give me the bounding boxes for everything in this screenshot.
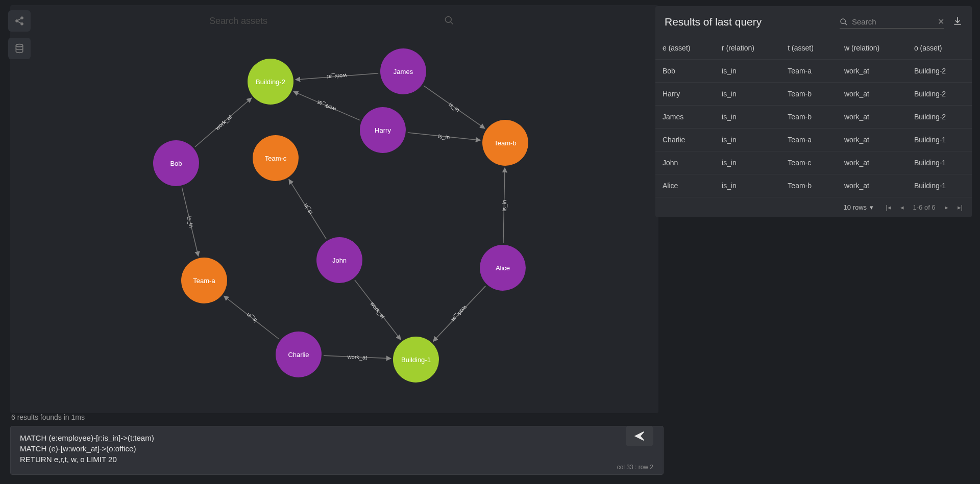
database-icon <box>14 43 24 54</box>
results-search: ✕ <box>840 15 944 29</box>
table-header-cell[interactable]: t (asset) <box>780 37 837 60</box>
query-line: MATCH (e:employee)-[r:is_in]->(t:team) <box>20 432 627 443</box>
table-header-cell[interactable]: o (asset) <box>907 37 972 60</box>
rows-per-page[interactable]: 10 rows ▾ <box>844 203 874 211</box>
cursor-position: col 33 : row 2 <box>617 464 653 471</box>
page-status: 1-6 of 6 <box>913 203 936 211</box>
graph-edge[interactable] <box>224 296 279 339</box>
table-cell: work_at <box>837 151 907 174</box>
table-cell: work_at <box>837 60 907 83</box>
search-icon <box>444 15 454 28</box>
table-cell: Building-1 <box>907 151 972 174</box>
graph-node[interactable] <box>181 258 227 303</box>
graph-node[interactable] <box>153 140 199 186</box>
svg-line-4 <box>18 21 21 23</box>
run-query-button[interactable] <box>626 426 653 446</box>
table-row[interactable]: Bobis_inTeam-awork_atBuilding-2 <box>655 60 972 83</box>
send-icon <box>634 430 645 442</box>
table-cell: Team-a <box>780 60 837 83</box>
query-editor[interactable]: MATCH (e:employee)-[r:is_in]->(t:team) M… <box>10 426 664 475</box>
table-cell: is_in <box>715 151 780 174</box>
table-cell: Building-2 <box>907 83 972 106</box>
graph-node[interactable] <box>276 332 322 377</box>
results-table: e (asset)r (relation)t (asset)w (relatio… <box>655 37 972 197</box>
results-footer: 10 rows ▾ |◂ ◂ 1-6 of 6 ▸ ▸| <box>655 197 972 217</box>
database-button[interactable] <box>8 38 31 59</box>
graph-edge[interactable] <box>503 168 505 243</box>
table-cell: Team-b <box>780 174 837 197</box>
svg-point-5 <box>16 44 22 47</box>
table-cell: Team-b <box>780 83 837 106</box>
svg-line-7 <box>451 21 453 24</box>
table-row[interactable]: Johnis_inTeam-cwork_atBuilding-1 <box>655 151 972 174</box>
results-title: Results of last query <box>665 16 762 28</box>
table-cell: is_in <box>715 174 780 197</box>
table-cell: Harry <box>655 83 715 106</box>
graph-edge[interactable] <box>433 286 486 342</box>
table-cell: John <box>655 151 715 174</box>
svg-line-3 <box>18 18 21 20</box>
download-button[interactable] <box>952 16 963 28</box>
search-icon <box>840 18 848 26</box>
table-row[interactable]: Harryis_inTeam-bwork_atBuilding-2 <box>655 83 972 106</box>
rows-per-page-label: 10 rows <box>844 203 867 211</box>
last-page-button[interactable]: ▸| <box>958 203 963 211</box>
graph-node[interactable] <box>480 245 526 291</box>
table-cell: James <box>655 106 715 129</box>
graph-edge[interactable] <box>424 86 485 129</box>
status-line: 6 results founds in 1ms <box>11 413 85 421</box>
table-row[interactable]: Aliceis_inTeam-bwork_atBuilding-1 <box>655 174 972 197</box>
graph-edge[interactable] <box>182 188 198 257</box>
graph-node[interactable] <box>253 135 299 181</box>
graph-node[interactable] <box>248 59 293 105</box>
svg-point-2 <box>21 22 23 25</box>
table-cell: work_at <box>837 83 907 106</box>
table-cell: is_in <box>715 106 780 129</box>
graph-svg <box>10 5 658 413</box>
table-row[interactable]: Charlieis_inTeam-awork_atBuilding-1 <box>655 129 972 151</box>
table-header-row: e (asset)r (relation)t (asset)w (relatio… <box>655 37 972 60</box>
asset-search <box>209 13 454 30</box>
table-cell: Team-b <box>780 106 837 129</box>
asset-search-input[interactable] <box>209 13 444 30</box>
table-header-cell[interactable]: e (asset) <box>655 37 715 60</box>
svg-line-9 <box>845 23 847 25</box>
table-cell: Team-a <box>780 129 837 151</box>
share-nodes-icon <box>14 16 24 26</box>
graph-edge[interactable] <box>324 355 391 359</box>
table-cell: Building-2 <box>907 106 972 129</box>
graph-node[interactable] <box>360 107 406 153</box>
table-cell: Bob <box>655 60 715 83</box>
table-cell: Building-1 <box>907 129 972 151</box>
graph-view-button[interactable] <box>8 10 31 32</box>
graph-node[interactable] <box>316 237 362 283</box>
graph-edge[interactable] <box>296 73 378 80</box>
graph-canvas[interactable]: is_inwork_atis_inwork_atis_inwork_atis_i… <box>10 5 658 413</box>
table-row[interactable]: Jamesis_inTeam-bwork_atBuilding-2 <box>655 106 972 129</box>
query-line: MATCH (e)-[w:work_at]->(o:office) <box>20 443 627 454</box>
graph-edge[interactable] <box>355 280 401 340</box>
table-cell: work_at <box>837 129 907 151</box>
graph-edge[interactable] <box>289 180 326 239</box>
sidebar <box>8 10 31 59</box>
graph-edge[interactable] <box>293 91 360 120</box>
svg-point-1 <box>21 17 23 19</box>
graph-edge[interactable] <box>408 133 481 140</box>
next-page-button[interactable]: ▸ <box>945 203 948 211</box>
clear-icon[interactable]: ✕ <box>938 17 944 27</box>
results-search-input[interactable] <box>852 15 934 28</box>
graph-edge[interactable] <box>195 98 252 147</box>
table-header-cell[interactable]: w (relation) <box>837 37 907 60</box>
graph-node[interactable] <box>393 337 439 383</box>
table-header-cell[interactable]: r (relation) <box>715 37 780 60</box>
first-page-button[interactable]: |◂ <box>886 203 891 211</box>
svg-point-0 <box>16 20 18 22</box>
results-panel: Results of last query ✕ e (asset)r (rela… <box>655 6 972 217</box>
graph-node[interactable] <box>380 48 426 94</box>
table-cell: work_at <box>837 106 907 129</box>
table-cell: Alice <box>655 174 715 197</box>
table-cell: is_in <box>715 83 780 106</box>
query-line: RETURN e,r,t, w, o LIMIT 20 <box>20 454 627 465</box>
prev-page-button[interactable]: ◂ <box>900 203 904 211</box>
graph-node[interactable] <box>482 120 528 166</box>
